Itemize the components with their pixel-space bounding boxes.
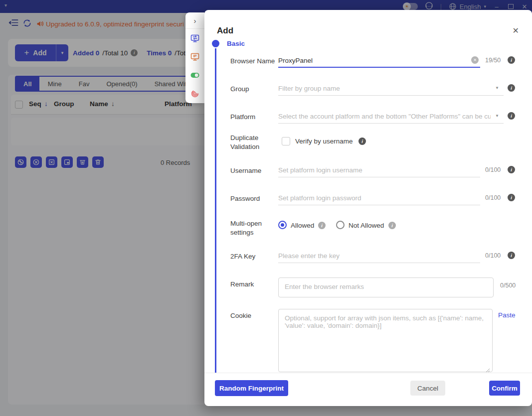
platform-caret-icon: ▼ <box>495 114 499 118</box>
cookie-row: Cookie Paste <box>230 305 520 383</box>
username-info-icon[interactable]: i <box>508 166 515 173</box>
duplicate-validation-label: Duplicate Validation <box>230 134 275 151</box>
paste-link[interactable]: Paste <box>498 311 516 319</box>
twofa-input[interactable] <box>278 249 480 263</box>
not-allowed-radio[interactable] <box>336 221 345 229</box>
not-allowed-label: Not Allowed <box>349 222 384 229</box>
allowed-label: Allowed <box>291 222 314 229</box>
platform-select[interactable] <box>278 110 504 124</box>
multi-open-label: Multi-open settings <box>230 219 275 237</box>
group-caret-icon: ▼ <box>495 86 499 90</box>
modal-close-icon[interactable]: ✕ <box>513 26 519 35</box>
cancel-button[interactable]: Cancel <box>410 381 445 396</box>
allowed-radio[interactable] <box>278 221 287 229</box>
allowed-info-icon[interactable]: i <box>318 222 326 229</box>
platform-info-icon[interactable]: i <box>508 112 515 120</box>
toggle-on-icon[interactable] <box>185 66 204 84</box>
section-basic: Basic <box>227 40 245 47</box>
step-line <box>215 48 216 373</box>
group-info-icon[interactable]: i <box>508 84 515 92</box>
multi-open-row: Multi-open settings Allowed i Not Allowe… <box>230 215 520 239</box>
password-row: Password 0/100 i <box>230 189 520 208</box>
modal-footer: Random Fingerprint Cancel Confirm <box>204 373 532 406</box>
browser-name-row: Browser Name ✕ 19/50 i <box>230 52 520 71</box>
platform-row: Platform ▼ i <box>230 108 520 127</box>
random-fingerprint-button[interactable]: Random Fingerprint <box>215 380 288 396</box>
not-allowed-info-icon[interactable]: i <box>388 222 396 229</box>
step-dot <box>212 40 219 47</box>
add-browser-modal: Add ✕ Basic Browser Name ✕ 19/50 i Group… <box>204 10 532 406</box>
browser-name-info-icon[interactable]: i <box>508 56 515 64</box>
app-window: ▾ ☀ | <box>0 0 532 416</box>
browser-name-counter: 19/50 <box>485 57 507 64</box>
verify-username-label: Verify by username <box>295 138 353 145</box>
remark-textarea[interactable] <box>278 277 494 297</box>
remark-counter: 0/500 <box>500 282 522 289</box>
modal-title: Add <box>217 26 233 36</box>
group-row: Group ▼ i <box>230 80 520 99</box>
quick-side-panel: › IP <box>185 12 204 103</box>
cookie-textarea[interactable] <box>278 309 493 372</box>
password-input[interactable] <box>278 191 480 205</box>
ip-check-icon[interactable]: IP <box>185 47 204 66</box>
password-counter: 0/100 <box>485 194 507 201</box>
cookie-label: Cookie <box>230 311 275 320</box>
verify-username-info-icon[interactable]: i <box>358 138 366 145</box>
twofa-row: 2FA Key 0/100 i <box>230 247 520 266</box>
browser-name-label: Browser Name <box>230 57 275 66</box>
clear-input-icon[interactable]: ✕ <box>471 56 479 64</box>
twofa-counter: 0/100 <box>485 252 507 259</box>
duplicate-validation-row: Duplicate Validation Verify by usernamei <box>230 133 520 156</box>
password-label: Password <box>230 194 275 203</box>
confirm-button[interactable]: Confirm <box>489 381 520 396</box>
password-info-icon[interactable]: i <box>508 194 515 201</box>
twofa-info-icon[interactable]: i <box>508 252 515 259</box>
remark-label: Remark <box>230 280 275 289</box>
screen-sync-icon[interactable] <box>185 29 204 47</box>
username-counter: 0/100 <box>485 166 507 173</box>
browser-name-input[interactable] <box>278 54 480 68</box>
username-input[interactable] <box>278 163 480 177</box>
svg-text:IP: IP <box>193 54 196 58</box>
panel-collapse-button[interactable]: › <box>185 12 204 29</box>
twofa-label: 2FA Key <box>230 252 275 261</box>
group-select[interactable] <box>278 82 504 96</box>
fingerprint-icon[interactable] <box>185 84 204 103</box>
remark-row: Remark 0/500 <box>230 274 520 299</box>
verify-username-checkbox[interactable] <box>282 137 290 145</box>
username-label: Username <box>230 166 275 175</box>
group-label: Group <box>230 85 275 94</box>
username-row: Username 0/100 i <box>230 161 520 180</box>
platform-label: Platform <box>230 113 275 122</box>
